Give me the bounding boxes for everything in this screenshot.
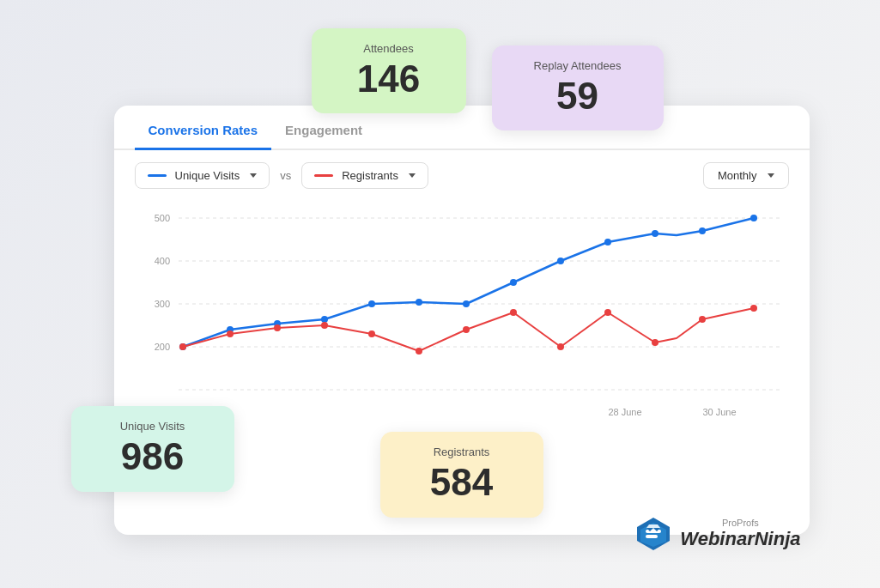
main-container: Attendees 146 Replay Attendees 59 Conver… [54,28,827,561]
svg-point-18 [510,279,517,286]
logo-product: WebinarNinja [680,528,800,550]
vs-text: vs [280,169,291,182]
metric1-chevron-icon [250,173,257,178]
replay-value: 59 [513,76,643,117]
logo-text-area: ProProfs WebinarNinja [680,518,800,550]
metric2-line-icon [314,174,333,177]
metric2-chevron-icon [409,173,416,178]
chart-area: 500 400 300 200 28 June 30 June [114,201,810,441]
svg-point-16 [416,299,422,306]
svg-point-21 [652,230,658,237]
svg-point-19 [557,258,564,264]
svg-point-31 [510,309,517,316]
svg-point-32 [557,343,564,350]
attendees-value: 146 [332,58,446,100]
svg-point-28 [368,330,375,337]
webinarninja-logo-icon [635,516,671,552]
svg-text:30 June: 30 June [702,407,736,417]
period-label: Monthly [718,169,757,182]
attendees-card: Attendees 146 [312,28,466,113]
metric2-label: Registrants [342,169,398,182]
line-chart: 500 400 300 200 28 June 30 June [135,201,789,424]
unique-label: Unique Visits [92,420,214,433]
svg-rect-40 [646,535,658,538]
unique-value: 986 [92,436,214,477]
svg-point-35 [699,316,706,323]
logo-brand: ProProfs [680,518,800,528]
metric1-dropdown[interactable]: Unique Visits [135,162,270,189]
registrants-card: Registrants 584 [380,432,543,517]
metric2-dropdown[interactable]: Registrants [301,162,428,189]
logo-area: ProProfs WebinarNinja [635,516,800,552]
controls-row: Unique Visits vs Registrants Monthly [114,150,810,201]
svg-text:500: 500 [154,213,169,223]
svg-text:300: 300 [154,299,169,309]
period-dropdown[interactable]: Monthly [703,162,789,189]
metric1-label: Unique Visits [175,169,240,182]
tab-engagement[interactable]: Engagement [271,112,376,150]
svg-point-25 [227,330,234,337]
svg-point-26 [274,324,281,331]
svg-point-36 [750,305,757,312]
period-chevron-icon [768,173,774,178]
unique-visits-card: Unique Visits 986 [71,406,234,491]
replay-label: Replay Attendees [513,59,643,72]
svg-point-30 [463,326,470,333]
replay-card: Replay Attendees 59 [492,45,664,130]
tab-conversion-rates[interactable]: Conversion Rates [135,112,272,150]
svg-point-20 [604,239,611,246]
svg-point-29 [416,348,422,355]
svg-text:200: 200 [154,342,169,352]
svg-point-23 [750,215,757,221]
metric1-line-icon [148,174,167,177]
svg-point-24 [179,343,186,350]
svg-text:400: 400 [154,256,169,266]
svg-point-34 [652,339,658,346]
registrants-label: Registrants [401,446,523,458]
svg-point-14 [321,316,328,323]
svg-text:28 June: 28 June [608,407,641,417]
attendees-label: Attendees [332,42,446,55]
svg-point-22 [699,227,706,234]
svg-point-17 [463,300,470,307]
registrants-value: 584 [401,462,523,503]
tabs-bar: Conversion Rates Engagement [114,112,810,150]
svg-point-15 [368,300,375,307]
svg-point-33 [604,309,611,316]
svg-point-27 [321,322,328,329]
